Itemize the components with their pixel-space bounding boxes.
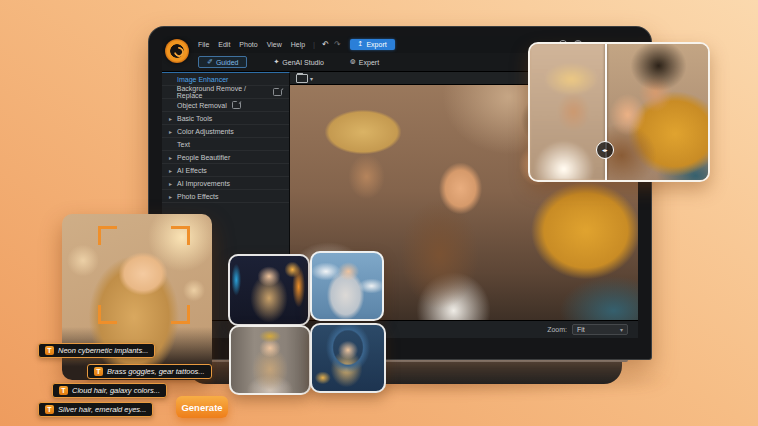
tab-expert[interactable]: ⊚ Expert xyxy=(350,58,379,66)
menu-photo[interactable]: Photo xyxy=(239,41,257,48)
zoom-label: Zoom: xyxy=(547,326,567,333)
chevron-right-icon: ▸ xyxy=(169,128,174,135)
sidebar-item-basic-tools[interactable]: ▸ Basic Tools xyxy=(162,112,289,125)
sidebar-item-ai-improvements[interactable]: ▸ AI Improvements xyxy=(162,177,289,190)
face-selection-frame xyxy=(98,226,190,324)
generated-thumbnail-blue-hood[interactable] xyxy=(310,323,386,393)
photodirector-logo-icon xyxy=(165,39,189,63)
export-icon: ↥ xyxy=(358,40,364,48)
menu-file[interactable]: File xyxy=(198,41,209,48)
sidebar-item-label: People Beautifier xyxy=(177,154,230,161)
menu-edit[interactable]: Edit xyxy=(218,41,230,48)
zoom-dropdown[interactable]: Fit ▾ xyxy=(572,324,628,335)
sidebar-item-text[interactable]: Text xyxy=(162,138,289,151)
sidebar-item-label: Text xyxy=(177,141,190,148)
chevron-right-icon: ▸ xyxy=(169,167,174,174)
sidebar-item-label: AI Effects xyxy=(177,167,207,174)
expert-dial-icon: ⊚ xyxy=(350,58,356,66)
prompt-chip-label: Cloud hair, galaxy colors... xyxy=(72,386,160,395)
redo-icon[interactable]: ↷ xyxy=(334,41,341,49)
zoom-value: Fit xyxy=(577,326,585,333)
sidebar-item-background-remove-replace[interactable]: Background Remove / Replace xyxy=(162,86,289,99)
sidebar-item-color-adjustments[interactable]: ▸ Color Adjustments xyxy=(162,125,289,138)
compare-divider xyxy=(605,44,607,180)
sidebar-item-object-removal[interactable]: Object Removal xyxy=(162,99,289,112)
chevron-right-icon: ▸ xyxy=(169,180,174,187)
generated-thumbnail-cyberpunk[interactable] xyxy=(228,254,310,326)
prompt-chip-label: Silver hair, emerald eyes... xyxy=(58,405,146,414)
undo-icon[interactable]: ↶ xyxy=(322,41,329,49)
chevron-right-icon: ▸ xyxy=(169,154,174,161)
toolbar-divider: | xyxy=(313,40,315,49)
menu-help[interactable]: Help xyxy=(291,41,305,48)
chevron-right-icon: ▸ xyxy=(169,193,174,200)
bracket-bottom-right xyxy=(171,305,190,324)
chevron-right-icon: ▸ xyxy=(169,115,174,122)
sparkle-icon: ✦ xyxy=(273,58,279,66)
sidebar-item-label: Photo Effects xyxy=(177,193,219,200)
sidebar-item-label: Object Removal xyxy=(177,102,227,109)
export-label: Export xyxy=(366,41,386,48)
prompt-chip-neon[interactable]: T Neon cybernetic implants... xyxy=(38,343,155,358)
text-prompt-icon: T xyxy=(94,367,103,376)
tab-genai-label: GenAI Studio xyxy=(282,59,324,66)
prompt-chip-label: Brass goggles, gear tattoos... xyxy=(107,367,205,376)
generated-thumbnail-sky-fantasy[interactable] xyxy=(310,251,384,321)
marketing-scene: File Edit Photo View Help | ↶ ↷ ↥ Export… xyxy=(0,0,758,426)
magic-wand-icon: ✐ xyxy=(207,58,213,66)
edit-badge-icon xyxy=(232,101,241,109)
prompt-chip-silver[interactable]: T Silver hair, emerald eyes... xyxy=(38,402,153,417)
sidebar-item-label: Background Remove / Replace xyxy=(177,85,269,99)
text-prompt-icon: T xyxy=(59,386,68,395)
after-photo xyxy=(605,44,708,180)
sidebar-item-label: Color Adjustments xyxy=(177,128,234,135)
chevron-down-icon: ▾ xyxy=(620,326,623,333)
bracket-bottom-left xyxy=(98,305,117,324)
text-prompt-icon: T xyxy=(45,405,54,414)
generate-button[interactable]: Generate xyxy=(176,396,228,418)
compare-slider-handle[interactable]: ◂▸ xyxy=(596,141,614,159)
edit-badge-icon xyxy=(273,88,282,96)
prompt-chip-label: Neon cybernetic implants... xyxy=(58,346,148,355)
sidebar-item-people-beautifier[interactable]: ▸ People Beautifier xyxy=(162,151,289,164)
before-photo xyxy=(530,44,605,180)
tab-genai-studio[interactable]: ✦ GenAI Studio xyxy=(273,58,324,66)
sidebar-item-label: Image Enhancer xyxy=(177,76,228,83)
prompt-chip-cloud[interactable]: T Cloud hair, galaxy colors... xyxy=(52,383,167,398)
menu-view[interactable]: View xyxy=(267,41,282,48)
export-button[interactable]: ↥ Export xyxy=(350,39,395,50)
sidebar-item-label: Basic Tools xyxy=(177,115,212,122)
prompt-chip-brass[interactable]: T Brass goggles, gear tattoos... xyxy=(87,364,212,379)
chevron-down-icon[interactable]: ▾ xyxy=(310,75,313,82)
sidebar-item-ai-effects[interactable]: ▸ AI Effects xyxy=(162,164,289,177)
tab-guided[interactable]: ✐ Guided xyxy=(198,56,247,68)
tab-expert-label: Expert xyxy=(359,59,379,66)
text-prompt-icon: T xyxy=(45,346,54,355)
bracket-top-right xyxy=(171,226,190,245)
menu-bar: File Edit Photo View Help xyxy=(198,41,305,48)
history-buttons: ↶ ↷ xyxy=(322,41,340,49)
generated-thumbnail-queen[interactable] xyxy=(229,325,311,395)
bracket-top-left xyxy=(98,226,117,245)
folder-icon[interactable] xyxy=(296,74,308,83)
tab-guided-label: Guided xyxy=(216,59,239,66)
sidebar-item-label: AI Improvements xyxy=(177,180,230,187)
before-after-compare-card: ◂▸ xyxy=(528,42,710,182)
sidebar-item-photo-effects[interactable]: ▸ Photo Effects xyxy=(162,190,289,203)
